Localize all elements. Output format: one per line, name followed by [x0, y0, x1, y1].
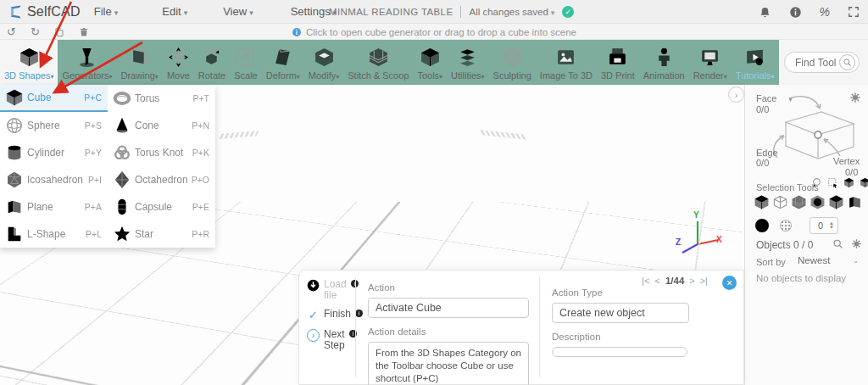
top-bar: SelfCAD File▾ Edit▾ View▾ Settings▾ MINM…: [0, 0, 868, 24]
tool-deform[interactable]: Deform▾: [262, 40, 304, 85]
pager-count: 1/44: [665, 276, 684, 286]
chevron-down-icon: ⌄: [853, 257, 859, 265]
shape-item-cylinder[interactable]: CylinderP+Y: [0, 139, 108, 166]
right-panel: Face▾ 0/0 Edge 0/0 Vertex 0/0 Selection …: [744, 85, 868, 385]
tool-render[interactable]: Render▾: [689, 40, 732, 85]
tool-3d-print[interactable]: 3D Print: [597, 40, 639, 85]
sort-select[interactable]: Newest ⌄: [798, 255, 859, 265]
menu-edit[interactable]: Edit▾: [162, 5, 187, 18]
tool-sculpting[interactable]: Sculpting: [489, 40, 536, 85]
cylinder-icon: [5, 143, 24, 162]
pager-prev-button[interactable]: <: [654, 276, 659, 286]
tool-tools[interactable]: Tools▾: [413, 40, 447, 85]
chevron-down-icon: ▾: [184, 8, 188, 17]
tool-move[interactable]: Move: [163, 40, 194, 85]
fullscreen-icon[interactable]: [848, 6, 860, 18]
hint-info-icon: [292, 27, 302, 37]
action-type-label: Action Type: [552, 287, 732, 298]
shape-item-torus[interactable]: TorusP+T: [108, 85, 215, 112]
shape-item-plane[interactable]: PlaneP+A: [0, 193, 108, 220]
hint-message: Click to open cube generator or drag to …: [306, 27, 576, 37]
tool-stitch-scoop[interactable]: Stitch & Scoop: [343, 40, 413, 85]
drawing-icon: [129, 47, 150, 68]
select-mode-plane-icon[interactable]: [847, 194, 863, 210]
objects-settings-gear-icon[interactable]: [851, 238, 862, 249]
logo-text: SelfCAD: [27, 4, 81, 20]
image-to-3d-icon: [555, 47, 576, 68]
shape-item-cube[interactable]: CubeP+C: [0, 85, 108, 112]
edge-count: 0/0: [756, 158, 769, 168]
tool-3d-shapes[interactable]: 3D Shapes▾: [0, 40, 58, 85]
tool-modify[interactable]: Modify▾: [304, 40, 343, 85]
tool-animation[interactable]: Animation: [639, 40, 689, 85]
selfcad-logo[interactable]: SelfCAD: [7, 3, 81, 20]
cube-select-filled-icon[interactable]: [860, 177, 868, 188]
find-tool-box: [784, 52, 860, 73]
pager-next-button[interactable]: >: [689, 276, 694, 286]
stitch-scoop-icon: [368, 47, 389, 68]
tool-rotate[interactable]: Rotate: [194, 40, 230, 85]
selfcad-logo-icon: [7, 3, 24, 20]
select-mode-wireframe-icon[interactable]: [772, 194, 788, 210]
tool-utilities[interactable]: Utilities▾: [447, 40, 488, 85]
pager-last-button[interactable]: >|: [700, 276, 708, 286]
vertex-select-label[interactable]: Vertex: [833, 156, 860, 166]
shape-item-icosahedron[interactable]: IcosahedronP+I: [0, 166, 108, 193]
close-icon[interactable]: ✕: [722, 276, 737, 290]
empty-objects-message: No objects to display: [756, 273, 846, 283]
render-icon: [699, 47, 721, 68]
utilities-icon: [457, 47, 478, 68]
description-input[interactable]: [552, 347, 687, 357]
info-icon[interactable]: [789, 6, 802, 19]
cube-select-icon[interactable]: [843, 177, 854, 188]
panel-collapse-button[interactable]: ›: [728, 86, 744, 103]
menu-view[interactable]: View▾: [223, 5, 253, 18]
face-select-label[interactable]: Face▾: [756, 93, 792, 103]
percent-icon[interactable]: %: [820, 5, 830, 19]
find-tool-input[interactable]: [795, 57, 839, 69]
shape-item-octahedron[interactable]: OctahedronP+O: [108, 166, 215, 193]
tool-tutorials[interactable]: Tutorials▾: [732, 40, 779, 85]
sort-by-label: Sort by: [756, 257, 786, 267]
shape-item-star[interactable]: StarP+R: [108, 220, 215, 248]
edge-select-label[interactable]: Edge: [756, 148, 778, 158]
shape-item-sphere[interactable]: SphereP+S: [0, 112, 108, 139]
tool-scale[interactable]: Scale: [230, 40, 262, 85]
next-step-button[interactable]: › Next Step i: [307, 329, 355, 351]
select-mode-dark-icon[interactable]: [828, 194, 844, 210]
torus-knot-icon: [113, 143, 131, 162]
tool-drawing[interactable]: Drawing▾: [117, 40, 163, 85]
main-toolbar: 3D Shapes▾ Generators▾ Drawing▾ Move Rot…: [0, 40, 868, 85]
notifications-bell-icon[interactable]: [759, 6, 771, 19]
texture-swatch[interactable]: [780, 220, 792, 232]
search-objects-icon[interactable]: [832, 238, 843, 249]
shape-item-torus-knot[interactable]: Torus KnotP+K: [108, 139, 215, 166]
grid-label-smudge: [220, 131, 259, 139]
finish-button[interactable]: ✓ Finish i: [307, 309, 355, 321]
stepper-arrows-icon[interactable]: ▲▼: [829, 221, 834, 230]
action-type-input[interactable]: [552, 303, 689, 323]
shape-item-cone[interactable]: ConeP+N: [108, 112, 215, 139]
search-icon[interactable]: [839, 54, 855, 70]
load-file-button[interactable]: Load file i: [307, 279, 355, 301]
marquee-select-icon[interactable]: [827, 177, 838, 188]
color-swatch-black[interactable]: [755, 219, 769, 232]
shape-item-capsule[interactable]: CapsuleP+E: [108, 193, 215, 220]
pager-first-button[interactable]: |<: [642, 276, 649, 286]
tool-generators[interactable]: Generators▾: [58, 40, 116, 85]
action-input[interactable]: [368, 298, 529, 318]
menu-file[interactable]: File▾: [94, 5, 118, 18]
tool-image-to-3d[interactable]: Image To 3D: [536, 40, 597, 85]
select-mode-sphere-icon[interactable]: [810, 194, 826, 210]
select-mode-solid-icon[interactable]: [754, 194, 770, 210]
select-mode-grid-icon[interactable]: [791, 194, 807, 210]
action-details-box[interactable]: From the 3D Shapes Category on the Toolb…: [368, 342, 529, 385]
sort-select-value: Newest: [798, 255, 830, 265]
divider: [460, 6, 461, 18]
gear-icon[interactable]: [849, 92, 861, 103]
tolerance-stepper[interactable]: 0 ▲▼: [810, 217, 838, 234]
lasso-select-icon[interactable]: [811, 177, 822, 188]
chevron-down-icon: ▾: [249, 8, 253, 17]
shape-item-l-shape[interactable]: L-ShapeP+L: [0, 220, 108, 248]
save-status[interactable]: All changes saved▾: [469, 7, 554, 17]
